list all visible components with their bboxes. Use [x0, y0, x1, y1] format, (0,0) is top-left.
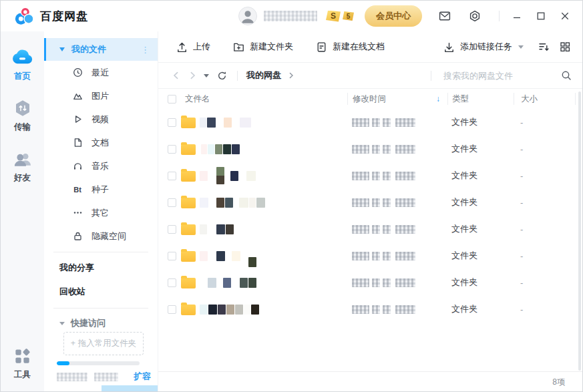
file-type: 文件夹 [447, 250, 514, 262]
column-header-type[interactable]: 类型 [452, 93, 469, 105]
vip-level-badge[interactable]: 5 [343, 11, 354, 21]
chevron-down-icon[interactable] [518, 45, 524, 49]
column-header-size[interactable]: 大小 [521, 93, 538, 105]
rail-item-transfer[interactable]: 传输 [14, 98, 31, 133]
row-checkbox[interactable] [168, 225, 176, 234]
scrollbar[interactable] [578, 91, 581, 371]
sidebar-item-torrents[interactable]: Bt 种子 [44, 178, 158, 201]
rail-item-home[interactable]: 首页 [11, 47, 33, 82]
table-row[interactable]: 文件夹- [158, 269, 582, 296]
select-all-checkbox[interactable] [168, 95, 176, 104]
sidebar-item-documents[interactable]: 文档 [44, 131, 158, 154]
rail-item-label: 好友 [13, 172, 32, 184]
collapse-triangle-icon[interactable] [59, 322, 65, 325]
table-row[interactable]: 文件夹- [158, 296, 582, 323]
forward-button[interactable] [188, 71, 197, 80]
play-icon [72, 114, 83, 125]
file-size: - [514, 224, 576, 234]
row-checkbox[interactable] [168, 145, 176, 154]
row-checkbox[interactable] [168, 198, 176, 207]
sidebar-item-hidden-space[interactable]: 隐藏空间 [44, 224, 158, 248]
table-row[interactable]: 文件夹- [158, 136, 582, 162]
footer: 8项 [158, 371, 582, 392]
upload-button[interactable]: 上传 [176, 41, 210, 53]
folder-icon [181, 118, 196, 128]
rail-item-tools[interactable]: 工具 [14, 346, 31, 381]
app-title: 百度网盘 [40, 9, 88, 24]
new-online-doc-button[interactable]: 新建在线文档 [316, 41, 385, 53]
table-row[interactable]: 文件夹- [158, 189, 582, 216]
left-rail: 首页 传输 [1, 31, 44, 392]
baidu-netdisk-window: 百度网盘 S 5 会员中心 [0, 0, 583, 392]
search-input[interactable] [443, 71, 544, 81]
search-icon[interactable] [561, 70, 572, 81]
maximize-button[interactable] [537, 12, 545, 20]
folder-icon [181, 198, 196, 208]
redacted-file-name [199, 278, 256, 288]
refresh-icon[interactable] [217, 71, 227, 81]
column-header-modified[interactable]: 修改时间 [353, 93, 386, 105]
sidebar-item-videos[interactable]: 视频 [44, 108, 158, 131]
row-checkbox[interactable] [168, 305, 176, 314]
file-size: - [514, 171, 576, 181]
rail-item-label: 工具 [14, 369, 31, 381]
expand-storage-link[interactable]: 扩容 [134, 371, 151, 383]
sidebar-item-my-shares[interactable]: 我的分享 [44, 256, 158, 280]
row-checkbox[interactable] [168, 278, 176, 287]
upload-label: 上传 [193, 41, 210, 53]
sort-desc-arrow-icon[interactable]: ↓ [436, 94, 440, 104]
mail-icon[interactable] [439, 10, 451, 22]
sidebar-item-label: 其它 [91, 207, 109, 219]
sidebar-item-label: 快捷访问 [71, 317, 106, 329]
settings-gear-icon[interactable] [469, 10, 481, 22]
minimize-button[interactable] [513, 12, 521, 20]
file-type: 文件夹 [447, 116, 514, 128]
sidebar-item-quick-access[interactable]: 快捷访问 [44, 312, 158, 335]
sidebar-item-recycle-bin[interactable]: 回收站 [44, 280, 158, 304]
redacted-username [264, 11, 317, 21]
row-checkbox[interactable] [168, 118, 176, 127]
file-size: - [514, 251, 576, 261]
redacted-modified-date [347, 252, 447, 260]
table-row[interactable]: 文件夹- [158, 242, 582, 269]
user-avatar[interactable] [238, 7, 257, 25]
main-content: 上传 新建文件夹 新建在线文档 [158, 31, 582, 392]
file-size: - [514, 118, 576, 128]
table-row[interactable]: 文件夹- [158, 216, 582, 242]
sort-order-icon[interactable] [538, 41, 549, 52]
more-options-icon[interactable]: ⋮ [141, 45, 150, 55]
baidu-netdisk-logo-icon [14, 6, 34, 26]
table-row[interactable]: 文件夹- [158, 109, 582, 136]
history-dropdown-icon[interactable] [204, 74, 209, 77]
sidebar-item-label: 文档 [91, 137, 109, 149]
sidebar-item-label: 种子 [91, 184, 109, 196]
sidebar-divider [53, 308, 148, 309]
sidebar-item-pictures[interactable]: 图片 [44, 84, 158, 108]
rail-item-friends[interactable]: 好友 [13, 149, 32, 184]
vip-center-button[interactable]: 会员中心 [365, 5, 422, 27]
column-header-name[interactable]: 文件名 [185, 93, 210, 105]
navigation-bar: 我的网盘 [158, 63, 582, 89]
redacted-modified-date [347, 118, 447, 127]
close-button[interactable] [561, 12, 569, 20]
row-checkbox[interactable] [168, 172, 176, 180]
file-type: 文件夹 [447, 143, 514, 155]
sidebar-divider [53, 252, 148, 252]
breadcrumb-root[interactable]: 我的网盘 [246, 69, 281, 81]
sidebar-item-recent[interactable]: 最近 [44, 61, 158, 84]
new-folder-button[interactable]: 新建文件夹 [233, 41, 293, 53]
grid-view-icon[interactable] [560, 41, 570, 52]
svip-badge[interactable]: S [326, 11, 341, 22]
quick-access-dropzone[interactable]: + 拖入常用文件夹 [63, 332, 144, 355]
sidebar-item-my-files[interactable]: 我的文件 ⋮ [44, 38, 158, 61]
file-type: 文件夹 [447, 276, 514, 288]
table-row[interactable]: 文件夹- [158, 162, 582, 189]
friends-icon [13, 149, 32, 169]
back-button[interactable] [172, 71, 181, 80]
file-type: 文件夹 [447, 196, 514, 208]
collapse-triangle-icon[interactable] [59, 47, 65, 51]
sidebar-item-other[interactable]: 其它 [44, 201, 158, 224]
add-link-task-button[interactable]: 添加链接任务 [443, 41, 524, 53]
sidebar-item-music[interactable]: 音乐 [44, 154, 158, 178]
row-checkbox[interactable] [168, 252, 176, 260]
